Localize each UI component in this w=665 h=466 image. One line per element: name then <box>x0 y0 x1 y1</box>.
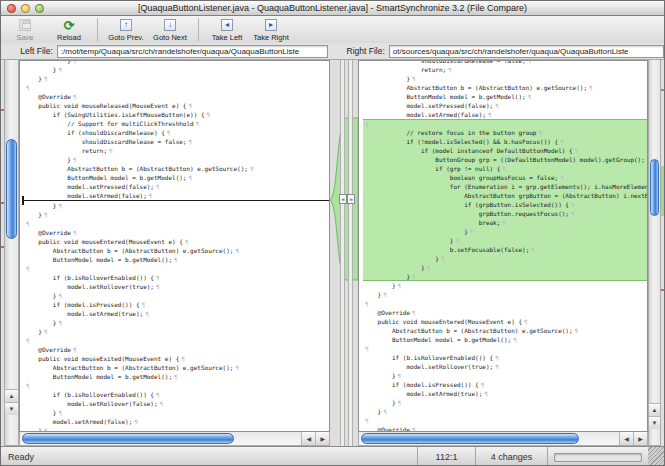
left-horizontal-scrollbar[interactable]: ◀ ▶ <box>19 432 330 446</box>
code-line[interactable]: if (b.isRolloverEnabled()) {¶ <box>24 273 329 282</box>
left-code-editor[interactable]: }¶ }¶ }¶¶ @Override¶ public void mouseRe… <box>20 60 329 432</box>
code-line[interactable]: if (model.isPressed()) {¶ <box>363 380 647 389</box>
code-line[interactable]: ¶ <box>24 219 329 228</box>
right-horizontal-scrollbar[interactable]: ◀ ▶ <box>358 432 648 446</box>
code-line[interactable]: model.setArmed(false);¶ <box>24 417 329 426</box>
code-line[interactable]: // Support for multiClickThreshhold¶ <box>24 119 329 128</box>
right-code-editor[interactable]: shouldDiscardRelease = false;¶ return;¶ … <box>359 60 647 432</box>
code-line[interactable]: grpButton.requestFocus();¶ <box>363 209 647 218</box>
left-vertical-scrollbar-thumb[interactable] <box>6 139 17 239</box>
left-code-pane[interactable]: }¶ }¶ }¶¶ @Override¶ public void mouseRe… <box>19 60 330 432</box>
change-marker-red[interactable] <box>661 289 664 291</box>
code-line[interactable]: }¶ <box>24 291 329 300</box>
code-line[interactable]: model.setArmed(false);¶ <box>363 110 647 119</box>
code-line[interactable]: ¶ <box>24 381 329 390</box>
code-line[interactable]: }¶ <box>363 371 647 380</box>
code-line[interactable]: model.setRollover(true);¶ <box>363 362 647 371</box>
scroll-right-button[interactable]: ▶ <box>633 432 647 445</box>
scroll-right-button[interactable]: ▶ <box>315 432 329 445</box>
code-line[interactable]: AbstractButton b = (AbstractButton) e.ge… <box>24 246 329 255</box>
left-vertical-scrollbar[interactable]: ▲ ▼ <box>4 60 19 446</box>
goto-next-button[interactable]: ↓ Goto Next <box>148 16 192 43</box>
code-line[interactable]: }¶ <box>24 65 329 74</box>
code-line[interactable]: }¶ <box>24 327 329 336</box>
code-line[interactable]: public void mouseEntered(MouseEvent e) {… <box>24 237 329 246</box>
code-line[interactable]: }¶ <box>363 263 647 272</box>
code-line[interactable]: ¶ <box>363 119 647 128</box>
right-change-overview-strip[interactable] <box>661 60 664 446</box>
code-line[interactable]: @Override¶ <box>363 425 647 432</box>
code-line[interactable]: if (b.isRolloverEnabled()) {¶ <box>363 353 647 362</box>
left-file-path-field[interactable] <box>57 45 328 58</box>
code-line[interactable]: model.setPressed(false);¶ <box>24 182 329 191</box>
right-vertical-scrollbar-thumb[interactable] <box>650 159 659 216</box>
code-line[interactable]: ¶ <box>24 264 329 273</box>
scroll-up-button[interactable]: ▲ <box>5 389 18 402</box>
code-line[interactable]: }¶ <box>363 281 647 290</box>
code-line[interactable]: }¶ <box>24 408 329 417</box>
code-line[interactable]: ButtonModel model = b.getModel();¶ <box>24 255 329 264</box>
code-line[interactable]: }¶ <box>363 227 647 236</box>
code-line[interactable]: model.setRollover(false);¶ <box>24 399 329 408</box>
code-line[interactable]: }¶ <box>24 155 329 164</box>
code-line[interactable]: AbstractButton b = (AbstractButton) e.ge… <box>24 164 329 173</box>
left-horizontal-scrollbar-thumb[interactable] <box>22 433 234 444</box>
code-line[interactable]: AbstractButton grpButton = (AbstractButt… <box>363 191 647 200</box>
code-line[interactable]: AbstractButton b = (AbstractButton) e.ge… <box>24 363 329 372</box>
change-marker-green[interactable] <box>661 166 664 216</box>
code-line[interactable]: ButtonModel model = b.getModel();¶ <box>24 372 329 381</box>
code-line[interactable]: public void mouseEntered(MouseEvent e) {… <box>363 317 647 326</box>
code-line[interactable]: model.setPressed(false);¶ <box>363 101 647 110</box>
code-line[interactable]: }¶ <box>363 272 647 281</box>
code-line[interactable]: ButtonModel model = b.getModel();¶ <box>363 92 647 101</box>
code-line[interactable]: }¶ <box>24 318 329 327</box>
scroll-left-button[interactable]: ◀ <box>301 432 315 445</box>
scroll-up-button[interactable]: ▲ <box>649 403 660 416</box>
code-line[interactable]: ¶ <box>24 336 329 345</box>
code-line[interactable]: }¶ <box>363 398 647 407</box>
code-line[interactable]: }¶ <box>363 74 647 83</box>
code-line[interactable]: shouldDiscardRelease = false;¶ <box>24 137 329 146</box>
code-line[interactable]: if (shouldDiscardRelease) {¶ <box>24 128 329 137</box>
code-line[interactable]: public void mouseReleased(MouseEvent e) … <box>24 101 329 110</box>
code-line[interactable]: // restore focus in the button group¶ <box>363 128 647 137</box>
right-code-pane[interactable]: shouldDiscardRelease = false;¶ return;¶ … <box>358 60 648 432</box>
code-line[interactable]: if (model.isPressed()) {¶ <box>24 300 329 309</box>
code-line[interactable]: public void mouseExited(MouseEvent e) {¶ <box>24 354 329 363</box>
right-horizontal-scrollbar-thumb[interactable] <box>361 433 579 444</box>
code-line[interactable]: @Override¶ <box>24 92 329 101</box>
right-file-path-field[interactable] <box>389 45 664 58</box>
scroll-left-button[interactable]: ◀ <box>619 432 633 445</box>
code-line[interactable]: }¶ <box>24 74 329 83</box>
code-line[interactable]: ButtonModel model = b.getModel();¶ <box>24 173 329 182</box>
resize-grip[interactable] <box>648 447 664 466</box>
code-line[interactable]: model.setArmed(true);¶ <box>363 389 647 398</box>
code-line[interactable]: @Override¶ <box>363 308 647 317</box>
reload-button[interactable]: ⟳ Reload <box>47 16 91 43</box>
take-left-button[interactable]: ◂ Take Left <box>205 16 249 43</box>
code-line[interactable]: @Override¶ <box>24 345 329 354</box>
scroll-down-button[interactable]: ▼ <box>649 416 660 429</box>
code-line[interactable]: }¶ <box>24 201 329 210</box>
code-line[interactable]: ¶ <box>363 416 647 425</box>
apply-change-right-button[interactable]: » <box>347 194 355 204</box>
code-line[interactable]: AbstractButton b = (AbstractButton) e.ge… <box>363 83 647 92</box>
code-line[interactable]: if (b.isRolloverEnabled()) {¶ <box>24 390 329 399</box>
code-line[interactable]: }¶ <box>363 236 647 245</box>
code-line[interactable]: if (grp != null) {¶ <box>363 164 647 173</box>
code-line[interactable]: }¶ <box>363 254 647 263</box>
code-line[interactable]: @Override¶ <box>24 228 329 237</box>
code-line[interactable]: model.setRollover(true);¶ <box>24 282 329 291</box>
take-right-button[interactable]: ▸ Take Right <box>249 16 293 43</box>
goto-prev-button[interactable]: ↑ Goto Prev. <box>104 16 148 43</box>
save-button[interactable]: Save <box>3 16 47 43</box>
code-line[interactable]: }¶ <box>363 407 647 416</box>
code-line[interactable]: if (model instanceof DefaultButtonModel)… <box>363 146 647 155</box>
code-line[interactable]: if (grpButton.isSelected()) {¶ <box>363 200 647 209</box>
code-line[interactable]: ButtonGroup grp = ((DefaultButtonModel) … <box>363 155 647 164</box>
code-line[interactable]: break;¶ <box>363 218 647 227</box>
right-vertical-scrollbar[interactable]: ▲ ▼ <box>648 60 661 446</box>
code-line[interactable]: AbstractButton b = (AbstractButton) e.ge… <box>363 326 647 335</box>
code-line[interactable]: }¶ <box>24 210 329 219</box>
apply-change-left-button[interactable]: « <box>339 194 347 204</box>
